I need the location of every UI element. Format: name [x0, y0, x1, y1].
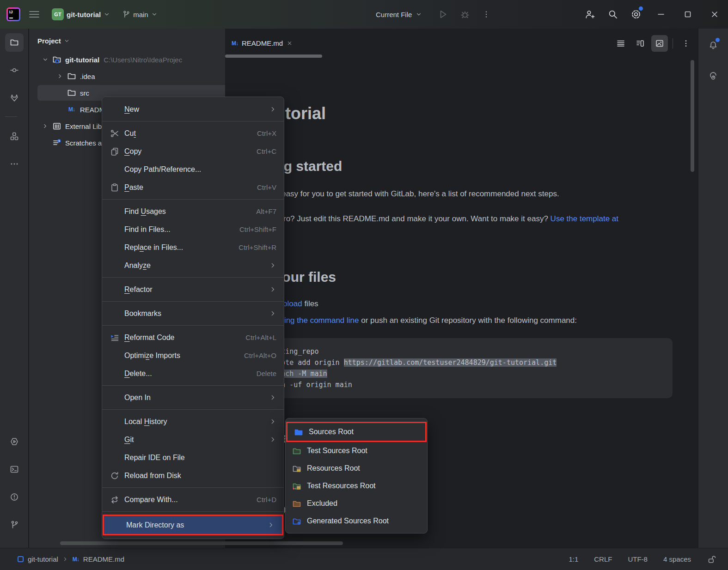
- code-line: cd existing_repo: [252, 346, 664, 357]
- readme-text: or push an existing Git repository with …: [359, 316, 577, 325]
- menu-item-bookmarks[interactable]: Bookmarks: [102, 304, 284, 322]
- tree-chevron-icon[interactable]: [54, 73, 66, 79]
- menu-item-reformat-code[interactable]: Reformat Code Ctrl+Alt+L: [102, 328, 284, 346]
- menu-item-label: Copy: [124, 147, 245, 156]
- menu-item-label: Optimize Imports: [124, 352, 233, 360]
- menu-item-delete[interactable]: Delete... Delete: [102, 364, 284, 382]
- version-control-tool-icon[interactable]: [5, 515, 24, 534]
- menu-icon-slot: [109, 261, 121, 271]
- menu-shortcut: Ctrl+X: [257, 129, 276, 137]
- project-path: C:\Users\Nitro\IdeaProjec: [104, 56, 182, 64]
- menu-item-reload-from-disk[interactable]: Reload from Disk: [102, 467, 284, 485]
- settings-gear-icon[interactable]: [624, 0, 648, 29]
- editor-more-icon[interactable]: [678, 35, 694, 52]
- code-block[interactable]: cd existing_repogit remote add origin ht…: [244, 338, 673, 398]
- project-tool-icon[interactable]: [5, 33, 24, 52]
- terminal-tool-icon[interactable]: [5, 460, 24, 479]
- status-line-ending[interactable]: CRLF: [594, 555, 612, 563]
- tree-chevron-icon[interactable]: [39, 56, 51, 63]
- menu-item-label: Delete...: [124, 370, 245, 378]
- tree-label: git-tutorial: [65, 56, 99, 64]
- menu-item-replace-in-files[interactable]: Replace in Files... Ctrl+Shift+R: [102, 238, 284, 256]
- editor-list-icon[interactable]: [612, 35, 629, 52]
- project-panel-header[interactable]: Project: [29, 29, 225, 51]
- paste-icon: [109, 182, 121, 193]
- menu-item-find-usages[interactable]: Find Usages Alt+F7: [102, 202, 284, 220]
- menu-item-excluded[interactable]: Excluded: [286, 495, 427, 512]
- notifications-bell-icon[interactable]: [704, 36, 722, 55]
- status-caret-position[interactable]: 1:1: [569, 555, 578, 563]
- menu-item-new[interactable]: New: [102, 100, 284, 118]
- tree-row--idea[interactable]: .idea: [29, 68, 225, 85]
- strip-divider: [5, 116, 17, 117]
- menu-item-find-in-files[interactable]: Find in Files... Ctrl+Shift+F: [102, 220, 284, 238]
- menu-item-cut[interactable]: Cut Ctrl+X: [102, 124, 284, 142]
- menu-item-generated-sources-root[interactable]: Generated Sources Root: [286, 512, 427, 530]
- services-tool-icon[interactable]: [5, 432, 24, 451]
- menu-item-local-history[interactable]: Local History: [102, 412, 284, 431]
- project-widget[interactable]: GT git-tutorial: [48, 6, 114, 23]
- tree-row-git-tutorial[interactable]: git-tutorial C:\Users\Nitro\IdeaProjec: [29, 51, 225, 68]
- tab-scrollbar[interactable]: [225, 55, 322, 58]
- run-configuration-selector[interactable]: Current File: [372, 8, 426, 21]
- editor-preview-icon[interactable]: [651, 35, 668, 52]
- list-item-cmdline: Add files using the command line or push…: [244, 315, 698, 327]
- menu-item-refactor[interactable]: Refactor: [102, 280, 284, 298]
- editor-split-icon[interactable]: [632, 35, 648, 52]
- more-actions-icon[interactable]: [482, 10, 490, 18]
- menu-item-copy-path-reference[interactable]: Copy Path/Reference...: [102, 160, 284, 178]
- paragraph-already-pro: Already a pro? Just edit this README.md …: [244, 213, 698, 225]
- menu-item-label: New: [124, 105, 261, 114]
- structure-tool-icon[interactable]: [5, 127, 24, 146]
- tree-chevron-icon[interactable]: [39, 123, 51, 129]
- tab-close-icon[interactable]: [287, 40, 293, 46]
- readme-link[interactable]: Use the template at: [551, 214, 618, 223]
- submenu-arrow-icon: [269, 286, 276, 293]
- paragraph-intro: To make it easy for you to get started w…: [244, 188, 698, 200]
- status-encoding[interactable]: UTF-8: [628, 555, 648, 563]
- menu-item-resources-root[interactable]: Resources Root: [286, 460, 427, 477]
- branch-widget[interactable]: main: [118, 7, 161, 21]
- menu-item-paste[interactable]: Paste Ctrl+V: [102, 178, 284, 196]
- editor-vertical-scrollbar[interactable]: [691, 60, 694, 172]
- menu-item-mark-directory-as[interactable]: Mark Directory as: [104, 516, 282, 534]
- horizontal-scrollbar[interactable]: [60, 541, 343, 545]
- menu-item-copy[interactable]: Copy Ctrl+C: [102, 142, 284, 160]
- main-menu-button[interactable]: [25, 7, 43, 22]
- chevron-down-icon: [416, 11, 422, 18]
- menu-item-test-sources-root[interactable]: Test Sources Root: [286, 442, 427, 460]
- menu-item-open-in[interactable]: Open In: [102, 388, 284, 406]
- menu-item-label: Compare With...: [124, 496, 245, 504]
- unlock-icon[interactable]: [707, 555, 716, 564]
- chevron-down-icon: [64, 38, 70, 44]
- menu-item-test-resources-root[interactable]: Test Resources Root: [286, 477, 427, 495]
- tab-readme[interactable]: M↓ README.md: [225, 29, 299, 58]
- window-minimize-button[interactable]: [648, 0, 674, 29]
- libs-icon: [51, 121, 62, 131]
- chevron-down-icon: [151, 11, 158, 18]
- problems-tool-icon[interactable]: [5, 488, 24, 506]
- breadcrumb-file[interactable]: README.md: [83, 555, 124, 563]
- commit-tool-icon[interactable]: [5, 61, 24, 79]
- menu-item-repair-ide-on-file[interactable]: Repair IDE on File: [102, 449, 284, 467]
- run-configuration-name: Current File: [376, 11, 412, 18]
- code-with-me-icon[interactable]: [578, 0, 601, 29]
- run-icon[interactable]: [438, 9, 448, 19]
- menu-item-git[interactable]: Git: [102, 431, 284, 449]
- search-everywhere-icon[interactable]: [601, 0, 624, 29]
- more-tool-windows-icon[interactable]: [5, 155, 24, 173]
- ai-assistant-icon[interactable]: [704, 67, 722, 86]
- menu-icon-slot: [109, 104, 121, 115]
- menu-item-label: Bookmarks: [124, 309, 261, 318]
- menu-item-analyze[interactable]: Analyze: [102, 256, 284, 274]
- menu-item-compare-with[interactable]: Compare With... Ctrl+D: [102, 491, 284, 509]
- menu-item-label: Excluded: [307, 499, 421, 508]
- menu-item-sources-root[interactable]: Sources Root: [288, 423, 425, 441]
- gitlab-tool-icon[interactable]: [5, 89, 24, 107]
- window-maximize-button[interactable]: [674, 0, 701, 29]
- menu-item-optimize-imports[interactable]: Optimize Imports Ctrl+Alt+O: [102, 346, 284, 364]
- breadcrumb-project[interactable]: git-tutorial: [28, 555, 58, 563]
- debug-icon[interactable]: [460, 9, 470, 19]
- window-close-button[interactable]: [701, 0, 728, 29]
- status-indent-size[interactable]: 4 spaces: [663, 555, 691, 563]
